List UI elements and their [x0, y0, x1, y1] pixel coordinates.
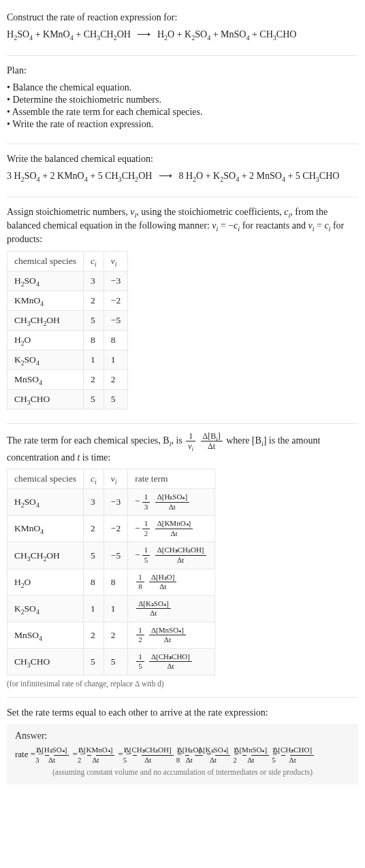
- unbalanced-equation: H2SO4 + KMnO4 + CH3CH2OH ⟶ H2O + K2SO4 +…: [7, 29, 358, 40]
- rate-tbody: H2SO43−3−13 Δ[H₂SO₄]ΔtKMnO42−2−12 Δ[KMnO…: [7, 489, 215, 675]
- table-row: KMnO42−2−12 Δ[KMnO₄]Δt: [7, 516, 215, 542]
- table-row: H2O88: [7, 330, 128, 350]
- balanced-equation: 3 H2SO4 + 2 KMnO4 + 5 CH3CH2OH ⟶ 8 H2O +…: [7, 170, 358, 182]
- table-row: H2O8818 Δ[H₂O]Δt: [7, 569, 215, 595]
- arrow-icon: ⟶: [155, 171, 176, 181]
- answer-note: (assuming constant volume and no accumul…: [15, 768, 350, 776]
- title-section: Construct the rate of reaction expressio…: [7, 5, 358, 52]
- table-row: CH3CHO55: [7, 389, 128, 409]
- balanced-rhs: 8 H2O + K2SO4 + 2 MnSO4 + 5 CH3CHO: [178, 171, 339, 181]
- table-note: (for infinitesimal rate of change, repla…: [7, 680, 358, 688]
- table-row: CH3CH2OH5−5−15 Δ[CH₃CH₂OH]Δt: [7, 542, 215, 569]
- table-row: CH3CH2OH5−5: [7, 310, 128, 330]
- th-ci: ci: [84, 469, 104, 489]
- table-row: CH3CHO5515 Δ[CH₃CHO]Δt: [7, 648, 215, 675]
- answer-label: Answer:: [15, 731, 350, 741]
- table-row: K2SO411: [7, 350, 128, 369]
- stoich-section: Assign stoichiometric numbers, νi, using…: [7, 200, 358, 420]
- th-species: chemical species: [7, 469, 84, 489]
- th-nui: νi: [104, 469, 127, 489]
- plan-item: Assemble the rate term for each chemical…: [7, 107, 358, 118]
- frac-1-over-nu: 1νi: [185, 432, 197, 451]
- plan-item: Balance the chemical equation.: [7, 82, 358, 93]
- final-label: Set the rate terms equal to each other t…: [7, 706, 358, 720]
- plan-item: Write the rate of reaction expression.: [7, 119, 358, 130]
- table-row: MnSO42212 Δ[MnSO₄]Δt: [7, 622, 215, 648]
- rate-table: chemical species ci νi rate term H2SO43−…: [7, 469, 215, 675]
- unbalanced-rhs: H2O + K2SO4 + MnSO4 + CH3CHO: [157, 29, 297, 39]
- table-row: KMnO42−2: [7, 290, 128, 310]
- plan-list: Balance the chemical equation.Determine …: [7, 82, 358, 130]
- assign-text: Assign stoichiometric numbers, νi, using…: [7, 205, 358, 247]
- answer-box: Answer: rate = −13 Δ[H₂SO₄]Δt = −12 Δ[KM…: [7, 724, 358, 784]
- plan-item: Determine the stoichiometric numbers.: [7, 95, 358, 105]
- final-section: Set the rate terms equal to each other t…: [7, 701, 358, 794]
- rate-term-section: The rate term for each chemical species,…: [7, 427, 358, 695]
- th-nui: νi: [104, 251, 127, 271]
- balanced-section: Write the balanced chemical equation: 3 …: [7, 147, 358, 194]
- rate-intro: The rate term for each chemical species,…: [7, 432, 358, 465]
- stoich-tbody: H2SO43−3KMnO42−2CH3CH2OH5−5H2O88K2SO411M…: [7, 271, 128, 409]
- title-text: Construct the rate of reaction expressio…: [7, 11, 358, 24]
- th-ci: ci: [84, 251, 104, 271]
- table-row: H2SO43−3: [7, 271, 128, 290]
- th-species: chemical species: [7, 251, 84, 271]
- unbalanced-lhs: H2SO4 + KMnO4 + CH3CH2OH: [7, 29, 131, 39]
- table-row: K2SO411Δ[K₂SO₄]Δt: [7, 595, 215, 622]
- th-rate-term: rate term: [128, 469, 215, 489]
- balanced-label: Write the balanced chemical equation:: [7, 152, 358, 166]
- frac-dBi-dt: Δ[Bi]Δt: [200, 432, 224, 451]
- arrow-icon: ⟶: [133, 29, 155, 39]
- table-row: H2SO43−3−13 Δ[H₂SO₄]Δt: [7, 489, 215, 516]
- plan-label: Plan:: [7, 64, 358, 78]
- plan-section: Plan: Balance the chemical equation.Dete…: [7, 59, 358, 140]
- stoich-table: chemical species ci νi H2SO43−3KMnO42−2C…: [7, 251, 128, 410]
- balanced-lhs: 3 H2SO4 + 2 KMnO4 + 5 CH3CH2OH: [7, 171, 152, 181]
- rate-equation: rate = −13 Δ[H₂SO₄]Δt = −12 Δ[KMnO₄]Δt =…: [15, 746, 350, 764]
- table-row: MnSO422: [7, 369, 128, 389]
